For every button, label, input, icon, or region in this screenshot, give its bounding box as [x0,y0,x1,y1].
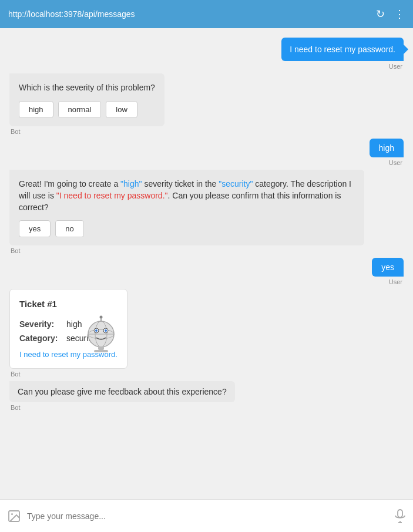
input-bar [0,499,413,532]
user-message-1-text: I need to reset my password. [290,45,395,54]
top-bar-actions: ↻ ⋮ [376,8,405,21]
ticket-title: Ticket #1 [19,299,117,309]
svg-rect-14 [398,510,402,517]
confirm-text-middle1: severity ticket in the [142,179,219,188]
confirm-highlight-3: "I need to reset my password." [56,191,168,200]
user-bubble-5: yes [372,258,404,277]
feedback-text: Can you please give me feedback about th… [18,387,227,396]
severity-high-button[interactable]: high [19,101,53,118]
message-row-bot-7: Can you please give me feedback about th… [9,381,404,411]
confirm-highlight-2: "security" [219,179,253,188]
user-message-5-text: yes [381,262,394,272]
user-bubble-3: high [370,139,404,157]
svg-point-6 [95,329,98,332]
top-bar: http://localhost:3978/api/messages ↻ ⋮ [0,0,413,28]
user-label-5: User [388,278,404,285]
bot-label-7: Bot [9,404,22,411]
message-row-user-5: yes User [9,258,404,285]
svg-rect-10 [98,346,104,350]
svg-point-9 [99,316,102,319]
confirm-no-button[interactable]: no [55,220,83,237]
user-message-3-text: high [379,143,394,153]
bot-label-6: Bot [9,371,22,378]
bot-card-2-text: Which is the severity of this problem? [19,82,155,93]
ticket-category-label: Category: [19,334,66,343]
refresh-icon[interactable]: ↻ [376,8,385,21]
bot-card-4: Great! I'm going to create a "high" seve… [9,170,364,246]
user-bubble-1: I need to reset my password. [281,38,404,61]
bot-label-2: Bot [9,128,22,135]
confirm-yes-button[interactable]: yes [19,220,51,237]
message-row-bot-4: Great! I'm going to create a "high" seve… [9,170,404,255]
confirm-text-before: Great! I'm going to create a [19,179,120,188]
chat-container: I need to reset my password. User Which … [0,28,413,499]
user-label-1: User [388,63,404,70]
image-attach-button[interactable] [7,509,21,523]
severity-button-group: high normal low [19,101,155,118]
severity-low-button[interactable]: low [106,101,137,118]
feedback-bubble: Can you please give me feedback about th… [9,381,235,402]
more-options-icon[interactable]: ⋮ [394,8,405,21]
svg-rect-11 [94,350,108,352]
robot-icon [83,314,119,360]
mic-button[interactable] [394,509,406,523]
message-input[interactable] [27,511,388,521]
bot-card-4-text: Great! I'm going to create a "high" seve… [19,178,355,214]
user-label-3: User [388,159,404,166]
bot-label-4: Bot [9,247,22,254]
svg-point-7 [105,329,107,332]
message-row-bot-6: Ticket #1 Severity: high Category: secur… [9,289,404,378]
ticket-severity-label: Severity: [19,319,66,329]
severity-normal-button[interactable]: normal [58,101,102,118]
ticket-card: Ticket #1 Severity: high Category: secur… [9,289,127,369]
svg-point-13 [11,513,13,515]
message-row-user-1: I need to reset my password. User [9,38,404,70]
confirm-button-group: yes no [19,220,355,237]
confirm-highlight-1: "high" [120,179,142,188]
url-display: http://localhost:3978/api/messages [8,9,135,19]
bot-card-2: Which is the severity of this problem? h… [9,73,164,126]
message-row-bot-2: Which is the severity of this problem? h… [9,73,404,134]
message-row-user-3: high User [9,139,404,166]
ticket-severity-value: high [66,319,82,329]
